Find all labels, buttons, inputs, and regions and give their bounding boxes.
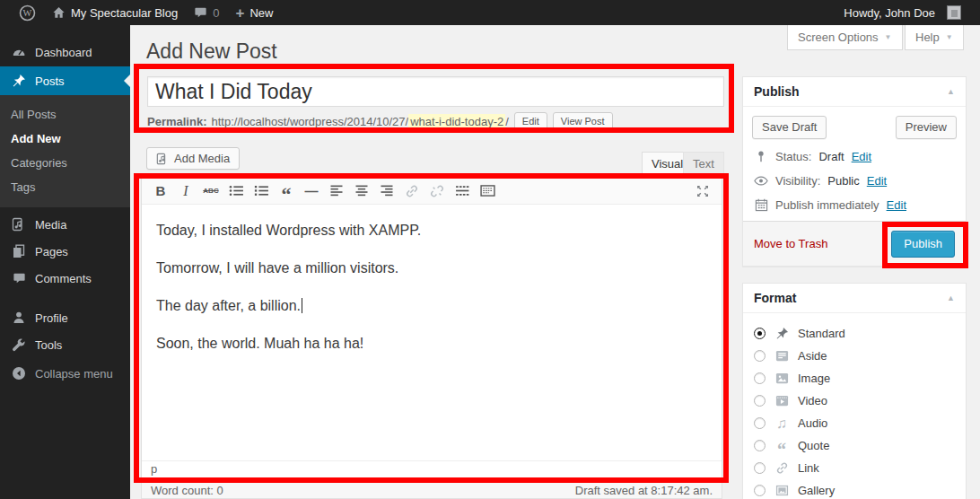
avatar (947, 5, 961, 20)
sidebar-label: Comments (35, 272, 92, 285)
link-icon (774, 461, 790, 475)
publish-panel-header[interactable]: Publish ▲ (743, 77, 966, 107)
format-option-video[interactable]: Video (754, 390, 955, 412)
sidebar-item-posts[interactable]: Posts (0, 66, 130, 95)
sidebar-item-profile[interactable]: Profile (0, 304, 130, 331)
posts-submenu: All Posts Add New Categories Tags (0, 95, 130, 207)
text-cursor (302, 298, 302, 313)
editor-content[interactable]: Today, I installed Wordpress with XAMPP.… (142, 205, 722, 460)
new-content-menu[interactable]: + New (227, 0, 281, 25)
format-option-audio[interactable]: ♫ Audio (754, 412, 955, 434)
aside-icon (774, 349, 790, 363)
visibility-label: Visibility: (775, 174, 820, 188)
gallery-icon (774, 484, 790, 497)
publish-button[interactable]: Publish (891, 231, 955, 258)
align-right-icon[interactable] (374, 180, 399, 202)
sidebar-item-dashboard[interactable]: Dashboard (0, 38, 130, 66)
bulleted-list-icon[interactable] (223, 180, 249, 202)
publish-panel-title: Publish (754, 84, 800, 99)
add-media-label: Add Media (174, 152, 230, 165)
strikethrough-icon[interactable]: ABC (198, 180, 223, 202)
bold-icon[interactable]: B (148, 180, 173, 202)
admin-bar-left: W My Spectacular Blog 0 + New (11, 0, 281, 25)
preview-button[interactable]: Preview (896, 116, 957, 139)
align-center-icon[interactable] (349, 180, 374, 202)
help-tab[interactable]: Help ▼ (905, 25, 964, 50)
edit-schedule-link[interactable]: Edit (887, 198, 906, 212)
visibility-row: Visibility: Public Edit (754, 174, 955, 188)
permalink-row: Permalink: http://localhost/wordpress/20… (147, 112, 613, 130)
sidebar-label: Profile (35, 311, 68, 325)
chevron-down-icon: ▼ (946, 33, 953, 41)
account-menu[interactable]: Howdy, John Doe (836, 0, 969, 25)
format-option-quote[interactable]: “ Quote (754, 434, 955, 457)
format-panel-header[interactable]: Format ▲ (743, 284, 966, 313)
word-count: Word count: 0 (151, 484, 223, 497)
edit-status-link[interactable]: Edit (852, 150, 871, 163)
blockquote-icon[interactable]: “ (274, 180, 299, 202)
sidebar-item-categories[interactable]: Categories (0, 151, 130, 175)
element-path[interactable]: p (151, 462, 157, 476)
comments-shortcut[interactable]: 0 (186, 0, 227, 25)
panel-toggle-icon[interactable]: ▲ (947, 87, 955, 96)
format-option-label: Aside (798, 349, 827, 363)
media-icon (11, 217, 27, 232)
panel-toggle-icon[interactable]: ▲ (947, 293, 955, 302)
move-to-trash-link[interactable]: Move to Trash (754, 237, 827, 250)
sidebar-item-tags[interactable]: Tags (0, 175, 130, 199)
save-draft-button[interactable]: Save Draft (752, 116, 827, 139)
format-option-aside[interactable]: Aside (754, 345, 955, 367)
format-option-label: Standard (798, 327, 845, 340)
format-option-standard[interactable]: Standard (754, 322, 955, 345)
comment-count: 0 (213, 6, 219, 20)
sidebar-item-add-new[interactable]: Add New (0, 127, 130, 151)
link-icon[interactable] (399, 180, 424, 202)
format-option-image[interactable]: Image (754, 367, 955, 390)
screen-options-tab[interactable]: Screen Options ▼ (787, 25, 903, 50)
wordpress-logo-icon[interactable]: W (11, 0, 44, 25)
pushpin-icon (11, 74, 27, 88)
format-option-gallery[interactable]: Gallery (754, 479, 955, 499)
format-option-label: Audio (798, 416, 827, 430)
align-left-icon[interactable] (324, 180, 349, 202)
admin-sidebar: Dashboard Posts All Posts Add New Catego… (0, 25, 130, 499)
publish-panel-footer: Move to Trash Publish (743, 221, 966, 266)
add-media-button[interactable]: Add Media (146, 147, 240, 170)
permalink-slug: what-i-did-today-2 (408, 114, 505, 129)
toolbar-toggle-icon[interactable] (475, 180, 500, 202)
sidebar-item-collapse-menu[interactable]: Collapse menu (0, 362, 130, 385)
radio-button (754, 395, 766, 407)
italic-icon[interactable]: I (173, 180, 198, 202)
editor-paragraph: Today, I installed Wordpress with XAMPP. (156, 220, 707, 241)
post-title-input[interactable] (147, 76, 724, 107)
sidebar-item-all-posts[interactable]: All Posts (0, 102, 130, 127)
format-option-label: Gallery (798, 484, 835, 497)
read-more-icon[interactable] (450, 180, 475, 202)
svg-text:W: W (23, 8, 32, 18)
editor-paragraph: Soon, the world. Muah ha ha ha! (156, 333, 707, 355)
format-option-link[interactable]: Link (754, 457, 955, 479)
active-menu-notch (124, 74, 130, 87)
view-post-button[interactable]: View Post (553, 112, 613, 130)
horizontal-rule-icon[interactable]: — (299, 180, 324, 202)
autosave-status: Draft saved at 8:17:42 am. (575, 484, 713, 497)
editor-statusbar: p (142, 460, 722, 477)
format-option-label: Video (798, 394, 827, 407)
unlink-icon[interactable] (424, 180, 450, 202)
quote-icon: “ (774, 439, 790, 453)
comment-bubble-icon (194, 6, 207, 19)
permalink-trailing-slash: / (505, 115, 509, 128)
sidebar-item-media[interactable]: Media (0, 211, 130, 238)
edit-visibility-link[interactable]: Edit (867, 174, 887, 188)
wrench-icon (11, 337, 27, 352)
fullscreen-icon[interactable] (690, 180, 715, 202)
sidebar-item-tools[interactable]: Tools (0, 331, 130, 358)
sidebar-item-pages[interactable]: Pages (0, 238, 130, 265)
publish-panel: Publish ▲ Save Draft Preview Status: Dra… (742, 76, 967, 267)
sidebar-item-comments[interactable]: Comments (0, 265, 130, 292)
site-menu[interactable]: My Spectacular Blog (44, 0, 186, 25)
edit-permalink-button[interactable]: Edit (514, 112, 547, 130)
numbered-list-icon[interactable] (249, 180, 274, 202)
status-value: Draft (818, 150, 844, 163)
tab-text[interactable]: Text (683, 152, 724, 175)
